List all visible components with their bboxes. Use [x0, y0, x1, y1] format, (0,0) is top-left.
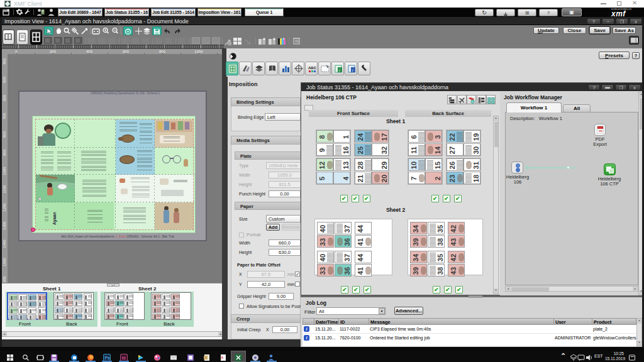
svg-text:Ps: Ps — [105, 356, 111, 360]
svg-text:Id: Id — [122, 356, 126, 360]
svg-text:ABC: ABC — [308, 66, 317, 70]
svg-text:A: A — [221, 356, 224, 359]
